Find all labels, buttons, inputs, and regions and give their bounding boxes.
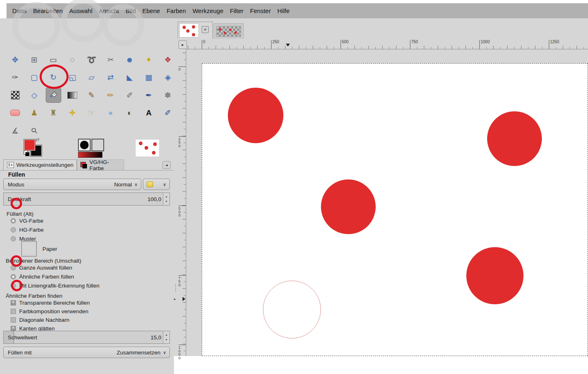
tool-perspective-clone[interactable]: ♜ (46, 105, 61, 121)
tab-vg-hg-farbe[interactable]: VG/HG-Farbe (77, 159, 124, 170)
tool-clone[interactable]: ♟ (27, 105, 42, 121)
tool-perspective[interactable]: ◣ (122, 70, 138, 85)
radio-indicator[interactable] (11, 274, 16, 279)
tool-select-by-color[interactable]: ❖ (160, 52, 176, 67)
menu-item-farben[interactable]: Farben (163, 7, 189, 14)
red-circle-filled (466, 247, 523, 304)
tool-zoom[interactable]: ⚲ (27, 123, 42, 138)
option-label: Ganze Auswahl füllen (19, 265, 72, 271)
tool-paintbrush[interactable]: ✎ (84, 87, 99, 103)
tool-eraser[interactable] (7, 105, 23, 121)
tool-ink[interactable]: ✒ (141, 87, 156, 103)
tool-foreground-select[interactable]: ☻ (122, 52, 138, 67)
tool-crop[interactable]: ▢ (27, 70, 42, 85)
tab-werkzeugeinstellungen[interactable]: Werkzeugeinstellungen (3, 159, 77, 170)
tool-dodge-burn[interactable]: ◐ (122, 105, 138, 121)
tool-shear[interactable]: ▱ (84, 70, 99, 85)
tool-paths[interactable]: ✑ (7, 70, 23, 85)
tab-label: VG/HG-Farbe (89, 159, 120, 171)
image-tab-checker[interactable] (214, 23, 244, 39)
color-area[interactable]: ⇄ (23, 138, 44, 157)
checkbox-transparente-bereiche-füllen[interactable]: Transparente Bereiche füllen (11, 300, 90, 306)
tool-airbrush[interactable]: ✐ (122, 87, 138, 103)
menu-item-hilfe[interactable]: Hilfe (274, 7, 293, 14)
fill-with-dropdown[interactable]: Füllen mit Zusammensetzen ∨ (3, 347, 170, 358)
tool-mypaint-brush[interactable]: ✽ (160, 87, 176, 103)
mode-dropdown[interactable]: Modus Normal ∨ (3, 179, 141, 190)
menu-item-ebene[interactable]: Ebene (139, 7, 163, 14)
finding-label: Ähnliche Farben finden (6, 293, 62, 299)
tool-cage-transform[interactable]: ◇ (27, 87, 42, 103)
dock-splitter[interactable]: ▸ (174, 18, 177, 356)
canvas-viewport[interactable] (186, 49, 588, 356)
tool-bucket-fill[interactable] (46, 87, 61, 103)
radio-vg-farbe[interactable]: VG-Farbe (11, 218, 44, 224)
tool-handle-transform[interactable]: ◈ (160, 70, 176, 85)
radio-ähnliche-farben-füllen[interactable]: Ähnliche Farben füllen (11, 274, 100, 280)
foreground-color-swatch[interactable] (24, 139, 36, 151)
radio-indicator[interactable] (11, 227, 16, 232)
horizontal-ruler[interactable]: 025050075010001250 (186, 39, 588, 49)
pattern-button[interactable] (21, 241, 37, 257)
layer-mode-icon (147, 181, 153, 187)
menu-item-filter[interactable]: Filter (227, 7, 247, 14)
image-thumbnail-checker (216, 26, 241, 37)
brush-preview[interactable] (78, 139, 91, 151)
tool-rotate[interactable]: ↻ (46, 70, 61, 85)
radio-indicator[interactable] (11, 218, 16, 224)
ruler-corner-menu-button[interactable]: ▸ (178, 40, 187, 49)
checkbox-diagonale-nachbarn[interactable]: Diagonale Nachbarn (11, 317, 90, 323)
swap-colors-icon[interactable]: ⇄ (36, 137, 39, 142)
pattern-name: Paper (42, 246, 57, 252)
tool-text[interactable]: A (141, 105, 156, 121)
vertical-ruler[interactable]: 02505007501000 (177, 49, 186, 356)
tool-scale[interactable]: ◱ (65, 70, 80, 85)
spinner-buttons[interactable]: ▲▼ (163, 331, 169, 343)
dock-collapse-button[interactable]: ◂ (163, 161, 171, 169)
tool-free-select[interactable]: ➰ (84, 52, 99, 67)
checkbox-indicator[interactable] (11, 317, 16, 323)
threshold-slider[interactable]: Schwellwert 15,0 ▲▼ (3, 331, 170, 344)
tool-gradient[interactable] (65, 87, 80, 103)
tool-pencil[interactable]: ✏ (103, 87, 118, 103)
spinner-buttons[interactable]: ▲▼ (163, 193, 169, 205)
tool-heal[interactable]: ✚ (65, 105, 80, 121)
checkbox-indicator[interactable] (11, 300, 16, 305)
checkbox-farbkomposition-verwenden[interactable]: Farbkomposition verwenden (11, 308, 90, 314)
tool-ellipse-select[interactable]: ◌ (65, 52, 80, 67)
menu-item-fenster[interactable]: Fenster (247, 7, 274, 14)
mode-switch-button[interactable]: ∨ (143, 179, 170, 190)
tool-smudge[interactable]: ☞ (84, 105, 99, 121)
tool-blur-sharpen[interactable]: ● (103, 105, 118, 121)
radio-ganze-auswahl-füllen[interactable]: Ganze Auswahl füllen (11, 265, 100, 271)
fill-with-label: Füllen mit (4, 350, 117, 356)
tool-align[interactable]: ⊞ (27, 52, 42, 67)
tool-move[interactable]: ✥ (7, 52, 23, 67)
tool-fuzzy-select[interactable]: ✦ (141, 52, 156, 67)
radio-indicator[interactable] (11, 283, 16, 288)
pattern-preview[interactable] (91, 139, 104, 151)
opacity-slider[interactable]: Deckkraft 100,0 ▲▼ (3, 193, 170, 206)
option-label: HG-Farbe (19, 227, 44, 233)
tool-warp-transform[interactable] (7, 87, 23, 103)
close-icon[interactable]: ✕ (202, 26, 209, 33)
radio-hg-farbe[interactable]: HG-Farbe (11, 227, 44, 233)
gradient-preview[interactable] (78, 152, 102, 158)
default-colors-button[interactable] (24, 150, 29, 156)
radio-indicator[interactable] (11, 265, 16, 270)
checkbox-indicator[interactable] (11, 309, 16, 314)
tool-rectangle-select[interactable]: ▭ (46, 52, 61, 67)
tool-scissors-select[interactable]: ✂ (103, 52, 118, 67)
threshold-label: Schwellwert (4, 334, 151, 341)
fill-type-options: VG-FarbeHG-FarbeMuster (11, 218, 44, 242)
tool-flip[interactable]: ⇄ (103, 70, 118, 85)
affected-area-options: Ganze Auswahl füllenÄhnliche Farben füll… (11, 265, 100, 289)
tool-measure[interactable]: ∡ (7, 123, 23, 138)
radio-mit-liniengrafik-erkennung-füllen[interactable]: Mit Liniengrafik-Erkennung füllen (11, 283, 100, 289)
tool-color-picker[interactable]: ✐ (160, 105, 176, 121)
tool-unified-transform[interactable]: ▦ (141, 70, 156, 85)
image-tab-dots[interactable]: ✕ (178, 22, 213, 39)
radio-indicator[interactable] (11, 236, 16, 241)
menu-item-werkzeuge[interactable]: Werkzeuge (189, 7, 227, 14)
active-image-thumbnail[interactable] (135, 139, 160, 157)
